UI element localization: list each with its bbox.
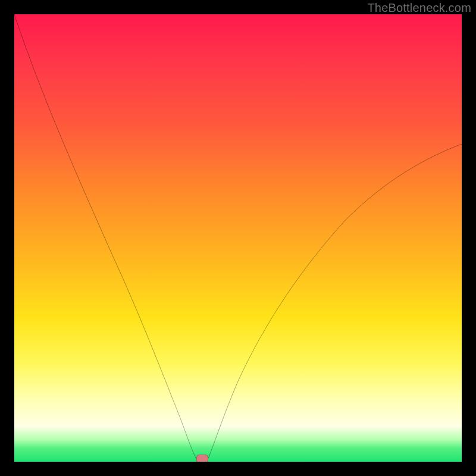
chart-frame: TheBottleneck.com <box>0 0 476 476</box>
curve-svg <box>14 14 462 462</box>
curve-right-arm <box>208 144 462 458</box>
watermark-text: TheBottleneck.com <box>367 1 471 15</box>
plot-area <box>14 14 462 462</box>
curve-left-arm <box>14 14 196 458</box>
minimum-marker <box>196 455 208 462</box>
